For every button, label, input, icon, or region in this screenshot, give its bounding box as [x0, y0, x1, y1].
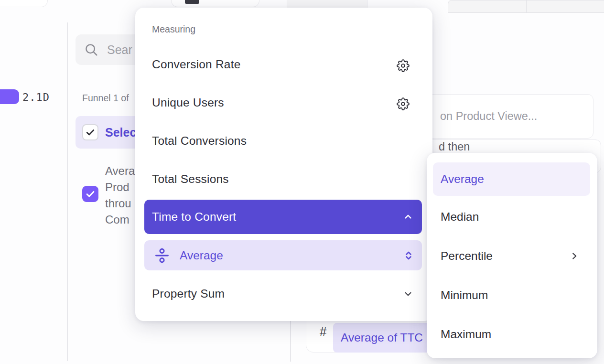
- average-divide-icon: [154, 247, 170, 264]
- aggregation-menu: Average Median Percentile Minimum Maximu…: [427, 153, 597, 358]
- settings-button[interactable]: [396, 97, 410, 110]
- gear-icon: [397, 97, 410, 110]
- menu-item-total-sessions[interactable]: Total Sessions: [152, 171, 229, 187]
- menu-header: Measuring: [152, 24, 195, 35]
- toolbar-icon-fragment: [185, 0, 199, 4]
- menu-item-total-conversions[interactable]: Total Conversions: [152, 133, 247, 149]
- search-placeholder: Sear: [107, 43, 132, 57]
- check-icon: [85, 189, 96, 199]
- background-card-top-left: [0, 0, 48, 7]
- check-icon: [85, 127, 96, 138]
- checkbox-checked[interactable]: [82, 124, 98, 140]
- event-step-label: on Product Viewe...: [440, 110, 537, 123]
- chevron-down-icon: [403, 289, 413, 299]
- menu-item-unique-users[interactable]: Unique Users: [152, 95, 224, 110]
- gear-icon: [397, 59, 410, 72]
- metric-selector-label: Average of TTC: [341, 331, 423, 344]
- aggregation-selector-row[interactable]: Average: [144, 240, 422, 270]
- submenu-item-percentile[interactable]: Percentile: [441, 248, 493, 264]
- metric-value-badge: 2.1D: [22, 91, 50, 103]
- menu-item-time-to-convert-selected[interactable]: Time to Convert: [144, 200, 422, 234]
- settings-button[interactable]: [396, 59, 410, 72]
- submenu-item-maximum[interactable]: Maximum: [441, 327, 491, 342]
- submenu-item-minimum[interactable]: Minimum: [441, 288, 488, 303]
- table-header-cell: [526, 0, 604, 13]
- menu-item-conversion-rate[interactable]: Conversion Rate: [152, 57, 240, 72]
- aggregation-selector-label: Average: [180, 249, 223, 262]
- menu-item-property-sum[interactable]: Property Sum: [152, 286, 225, 301]
- measuring-menu: Measuring Conversion Rate Unique Users T…: [135, 8, 432, 321]
- background-card-top-center: [171, 0, 259, 7]
- event-step-card[interactable]: on Product Viewe...: [421, 94, 593, 139]
- submenu-item-average-selected[interactable]: Average: [433, 162, 590, 196]
- step-checkbox-checked[interactable]: [82, 186, 98, 202]
- chevron-up-down-icon: [403, 250, 414, 261]
- metric-selector-pill[interactable]: Average of TTC: [333, 323, 433, 353]
- table-header-cell: [448, 0, 527, 13]
- chevron-up-icon: [403, 212, 413, 222]
- and-then-label: d then: [439, 140, 470, 153]
- column-divider: [67, 22, 68, 361]
- search-icon: [84, 43, 98, 57]
- numeric-type-prefix: #: [320, 323, 326, 340]
- step-description: Avera Prod throu Com: [105, 163, 135, 228]
- metric-color-swatch: [0, 89, 19, 104]
- submenu-item-median[interactable]: Median: [441, 209, 479, 225]
- chevron-right-icon: [569, 251, 580, 261]
- funnel-counter-label: Funnel 1 of: [82, 93, 129, 104]
- select-all-label: Selec: [105, 126, 136, 139]
